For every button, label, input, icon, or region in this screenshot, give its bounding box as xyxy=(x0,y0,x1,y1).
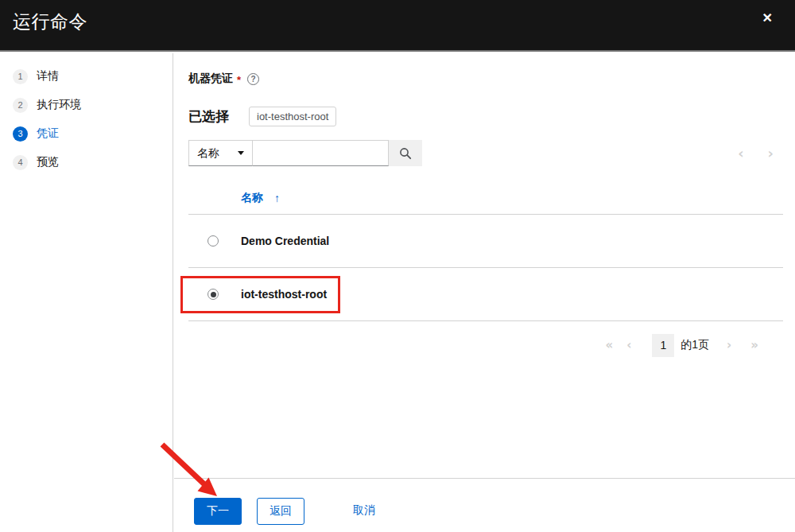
step-label: 详情 xyxy=(37,69,59,83)
step-label: 预览 xyxy=(37,155,59,169)
wizard-step-details[interactable]: 1 详情 xyxy=(0,69,173,83)
step-number-badge: 1 xyxy=(13,69,28,84)
page-first-button[interactable]: « xyxy=(605,340,613,351)
step-number-badge: 2 xyxy=(13,98,28,113)
bottom-pagination: « ‹ 的1页 › » xyxy=(188,333,783,357)
step-number-badge: 4 xyxy=(13,155,28,170)
wizard-step-content: 机器凭证 * ? 已选择 iot-testhost-root 名称 ‹ › xyxy=(174,53,795,478)
filter-key-value: 名称 xyxy=(197,146,219,161)
cancel-button[interactable]: 取消 xyxy=(353,498,375,523)
column-header-name[interactable]: 名称 ↑ xyxy=(241,191,280,205)
page-prev-button[interactable]: ‹ xyxy=(626,340,631,351)
table-header: 名称 ↑ xyxy=(188,182,783,215)
selected-label: 已选择 xyxy=(188,107,229,126)
search-toolbar: 名称 ‹ › xyxy=(188,140,783,166)
next-button[interactable]: 下一 xyxy=(194,498,242,525)
step-label: 执行环境 xyxy=(37,98,81,112)
radio-demo-credential[interactable] xyxy=(207,235,219,247)
wizard-step-preview[interactable]: 4 预览 xyxy=(0,155,173,169)
wizard-step-execution-environment[interactable]: 2 执行环境 xyxy=(0,98,173,112)
top-page-next-button[interactable]: › xyxy=(768,146,774,161)
table-row-iot-testhost-root[interactable]: iot-testhost-root xyxy=(188,268,783,321)
search-icon xyxy=(399,147,412,160)
credential-name: iot-testhost-root xyxy=(241,288,327,301)
close-button[interactable]: ✕ xyxy=(759,9,776,28)
modal-title: 运行命令 xyxy=(13,10,782,34)
page-count-label: 的1页 xyxy=(681,338,709,352)
radio-cell xyxy=(188,235,241,247)
step-number-badge: 3 xyxy=(13,126,28,142)
close-icon: ✕ xyxy=(762,11,773,25)
selected-credential-chip: iot-testhost-root xyxy=(249,107,336,126)
credential-name: Demo Credential xyxy=(241,235,329,247)
top-pagination: ‹ › xyxy=(738,146,783,161)
page-next-button[interactable]: › xyxy=(727,340,731,351)
credentials-table: 名称 ↑ Demo Credential iot-testhost-root xyxy=(188,182,783,321)
search-input[interactable] xyxy=(253,140,389,166)
modal-header: 运行命令 ✕ xyxy=(0,0,795,52)
caret-down-icon xyxy=(238,151,244,155)
selected-credentials-row: 已选择 iot-testhost-root xyxy=(188,106,783,126)
wizard-step-credentials[interactable]: 3 凭证 xyxy=(0,126,173,141)
filter-key-dropdown[interactable]: 名称 xyxy=(188,140,253,166)
step-label: 凭证 xyxy=(37,126,59,141)
run-command-modal: 运行命令 ✕ 1 详情 2 执行环境 3 凭证 4 预览 机器凭证 * ? xyxy=(0,0,795,532)
radio-iot-testhost-root[interactable] xyxy=(207,289,219,300)
current-page-input[interactable] xyxy=(652,334,674,357)
machine-credential-field-label-row: 机器凭证 * ? xyxy=(188,72,783,85)
column-header-label: 名称 xyxy=(241,191,263,205)
field-label: 机器凭证 xyxy=(188,72,233,86)
radio-cell xyxy=(188,289,241,300)
top-page-prev-button[interactable]: ‹ xyxy=(738,146,743,161)
table-row-demo-credential[interactable]: Demo Credential xyxy=(188,215,783,268)
required-asterisk: * xyxy=(237,74,241,86)
wizard-steps-nav: 1 详情 2 执行环境 3 凭证 4 预览 xyxy=(0,53,173,532)
search-button[interactable] xyxy=(389,140,422,166)
sort-ascending-icon: ↑ xyxy=(274,192,280,204)
back-button[interactable]: 返回 xyxy=(257,498,304,525)
page-last-button[interactable]: » xyxy=(750,340,758,351)
help-icon[interactable]: ? xyxy=(247,73,259,85)
wizard-footer: 下一 返回 取消 xyxy=(174,478,795,532)
